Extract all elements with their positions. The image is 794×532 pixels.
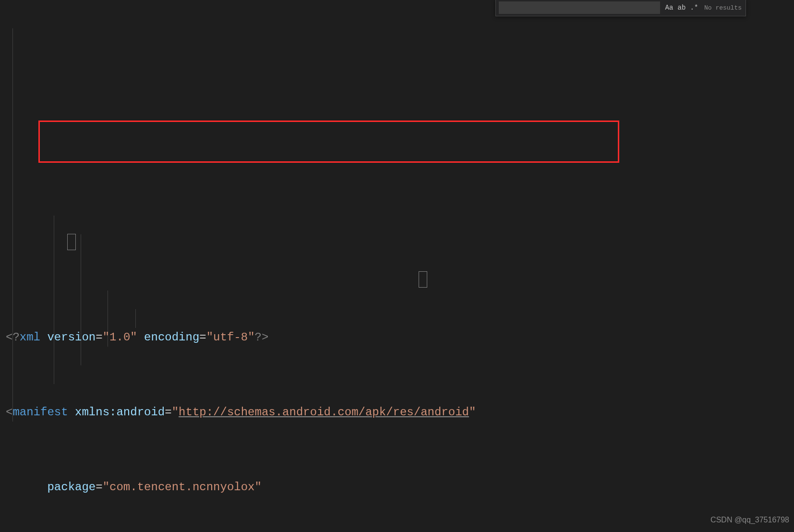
code-line[interactable]: <manifest xmlns:android="http://schemas.… (6, 403, 794, 422)
highlight-box (38, 121, 619, 163)
indent-guide (12, 28, 13, 422)
code-line[interactable]: <?xml version="1.0" encoding="utf-8"?> (6, 328, 794, 347)
namespace-link[interactable]: http://schemas.android.com/apk/res/andro… (179, 406, 469, 419)
code-editor[interactable]: <?xml version="1.0" encoding="utf-8"?> <… (0, 0, 794, 532)
bracket-match-open (67, 234, 76, 250)
watermark: CSDN @qq_37516798 (710, 510, 789, 529)
indent-guide (54, 216, 54, 384)
bracket-match-close (419, 271, 427, 288)
indent-guide (135, 309, 136, 328)
code-line[interactable]: package="com.tencent.ncnnyolox" (6, 478, 794, 496)
